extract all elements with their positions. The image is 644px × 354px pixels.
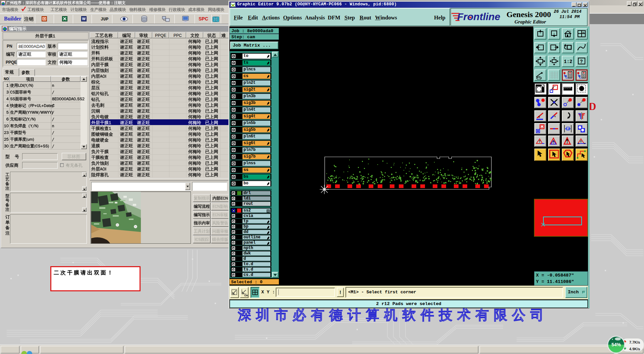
svg-text:7.7K/s: 7.7K/s xyxy=(629,340,640,344)
svg-text:?: ? xyxy=(580,59,583,64)
svg-text:xy: xy xyxy=(582,31,585,33)
svg-text:4.9K/s: 4.9K/s xyxy=(629,347,640,351)
svg-text:1:2: 1:2 xyxy=(564,59,572,64)
svg-text:54%: 54% xyxy=(611,342,621,347)
svg-text:4: 4 xyxy=(568,127,569,130)
svg-text:OK: OK xyxy=(244,294,248,297)
